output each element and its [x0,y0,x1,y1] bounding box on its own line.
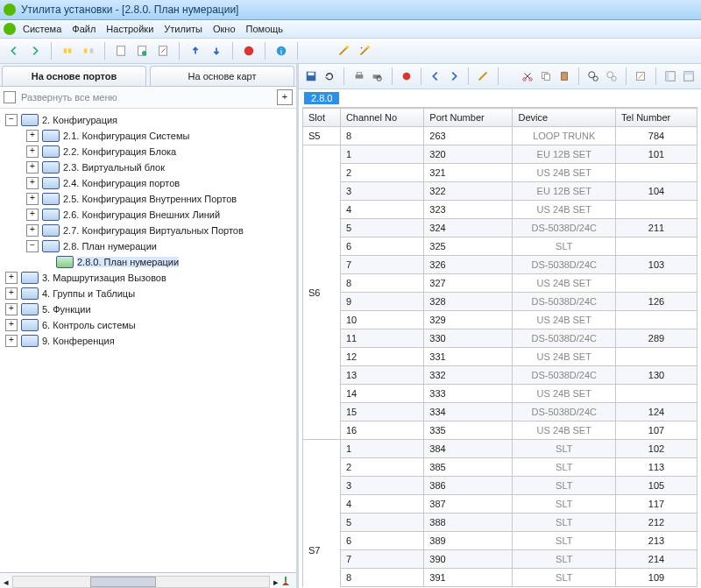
tree-node-2-8[interactable]: −2.8. План нумерации [2,238,294,254]
cell-port[interactable]: 332 [424,366,513,385]
paste-icon[interactable] [556,67,571,85]
cell-port[interactable]: 326 [424,256,513,274]
cell-tel[interactable]: 114 [616,587,697,588]
numbering-table[interactable]: SlotChannel NoPort NumberDeviceTel Numbe… [302,108,697,587]
cell-port[interactable]: 322 [424,182,513,201]
hscrollbar[interactable] [12,576,270,588]
cell-tel[interactable]: 101 [616,145,697,164]
cell-port[interactable]: 388 [424,514,513,532]
cell-ch[interactable]: 4 [340,495,423,514]
cell-device[interactable]: US 24B SET [513,201,616,219]
table-row[interactable]: 5388SLT212 [303,514,697,532]
cell-port[interactable]: 328 [424,293,513,311]
cell-device[interactable]: US 24B SET [513,385,616,403]
save-icon[interactable] [304,67,319,85]
cell-device[interactable]: EU 12B SET [513,182,616,201]
table-row[interactable]: 11330DS-5038D/24C289 [303,329,697,348]
doc2-icon[interactable] [133,42,151,60]
tree-node-2[interactable]: −2. Конфигурация [2,112,294,128]
record-icon[interactable] [399,67,414,85]
tree-node-2-3[interactable]: +2.3. Виртуальный блок [2,159,294,175]
cell-ch[interactable]: 1 [340,440,423,458]
back-icon[interactable] [5,42,23,60]
cell-tel[interactable] [616,237,697,256]
table-row[interactable]: 16335US 24B SET107 [303,422,697,440]
cell-tel[interactable] [616,385,697,403]
cell-ch[interactable]: 2 [340,164,423,182]
table-row[interactable]: 5324DS-5038D/24C211 [303,219,697,237]
print-preview-icon[interactable] [370,67,385,85]
cell-tel[interactable] [616,201,697,219]
cell-tel[interactable]: 212 [616,514,697,532]
cell-ch[interactable]: 16 [340,422,423,440]
upload-icon[interactable] [187,42,204,60]
cell-tel[interactable]: 213 [616,532,697,550]
cell-device[interactable]: SLT [513,440,616,458]
cell-ch[interactable]: 13 [340,366,423,385]
tree-node-9[interactable]: +9. Конференция [2,333,294,349]
cut-icon[interactable] [520,67,535,85]
forward-icon[interactable] [26,42,44,60]
layout2-icon[interactable] [681,67,696,85]
cell-device[interactable]: DS-5038D/24C [513,366,616,385]
tree-node-2-5[interactable]: +2.5. Конфигурация Внутренних Портов [2,191,294,207]
cell-port[interactable]: 331 [424,348,513,366]
cell-ch[interactable]: 8 [340,127,423,145]
cell-slot[interactable]: S7 [303,440,341,588]
copy-icon[interactable] [539,67,554,85]
table-row[interactable]: 10329US 24B SET [303,311,697,329]
cell-port[interactable]: 389 [424,532,513,550]
cell-tel[interactable]: 117 [616,495,697,514]
cell-port[interactable]: 263 [424,127,513,145]
table-row[interactable]: 4387SLT117 [303,495,697,514]
cell-device[interactable]: DS-5038D/24C [513,293,616,311]
wizard2-icon[interactable] [356,42,373,60]
table-row[interactable]: S61320EU 12B SET101 [303,145,697,164]
cell-device[interactable]: US 24B SET [513,348,616,366]
cell-ch[interactable]: 11 [340,329,423,348]
cell-tel[interactable] [616,164,697,182]
col-1[interactable]: Channel No [340,109,423,127]
tree-node-2-7[interactable]: +2.7. Конфигурация Виртуальных Портов [2,223,294,238]
table-row[interactable]: 3322EU 12B SET104 [303,182,697,201]
cell-device[interactable]: US 24B SET [513,311,616,329]
cell-ch[interactable]: 5 [340,219,423,237]
data-grid[interactable]: SlotChannel NoPort NumberDeviceTel Numbe… [302,107,697,587]
stop-icon[interactable] [240,42,258,60]
cell-ch[interactable]: 9 [340,293,423,311]
cell-ch[interactable]: 6 [340,237,423,256]
cell-slot[interactable]: S5 [303,127,341,145]
table-row[interactable]: 9392SLT114 [303,587,697,588]
tab-cards[interactable]: На основе карт [150,66,294,86]
tree-node-2-8-0[interactable]: 2.8.0. План нумерации [2,254,294,270]
cell-port[interactable]: 327 [424,274,513,293]
cell-device[interactable]: SLT [513,569,616,587]
cell-ch[interactable]: 5 [340,514,423,532]
cell-device[interactable]: SLT [513,514,616,532]
cell-tel[interactable]: 289 [616,329,697,348]
table-row[interactable]: 15334DS-5038D/24C124 [303,403,697,422]
cell-tel[interactable] [616,311,697,329]
tree-node-4[interactable]: +4. Группы и Таблицы [2,286,294,301]
menu-file[interactable]: Файл [72,24,96,34]
cell-tel[interactable] [616,348,697,366]
refresh-icon[interactable] [322,67,337,85]
cell-tel[interactable]: 784 [616,127,697,145]
cell-device[interactable]: US 24B SET [513,274,616,293]
table-row[interactable]: 8327US 24B SET [303,274,697,293]
cell-tel[interactable]: 214 [616,550,697,569]
cell-device[interactable]: SLT [513,532,616,550]
cell-ch[interactable]: 12 [340,348,423,366]
tree-node-6[interactable]: +6. Контроль системы [2,317,294,333]
cell-tel[interactable]: 126 [616,293,697,311]
cell-port[interactable]: 386 [424,477,513,495]
cell-device[interactable]: SLT [513,477,616,495]
cell-ch[interactable]: 8 [340,274,423,293]
cell-ch[interactable]: 3 [340,477,423,495]
table-row[interactable]: 4323US 24B SET [303,201,697,219]
cell-port[interactable]: 384 [424,440,513,458]
cell-device[interactable]: EU 12B SET [513,145,616,164]
tree-node-2-2[interactable]: +2.2. Конфигурация Блока [2,144,294,159]
cell-port[interactable]: 390 [424,550,513,569]
cell-device[interactable]: DS-5038D/24C [513,256,616,274]
